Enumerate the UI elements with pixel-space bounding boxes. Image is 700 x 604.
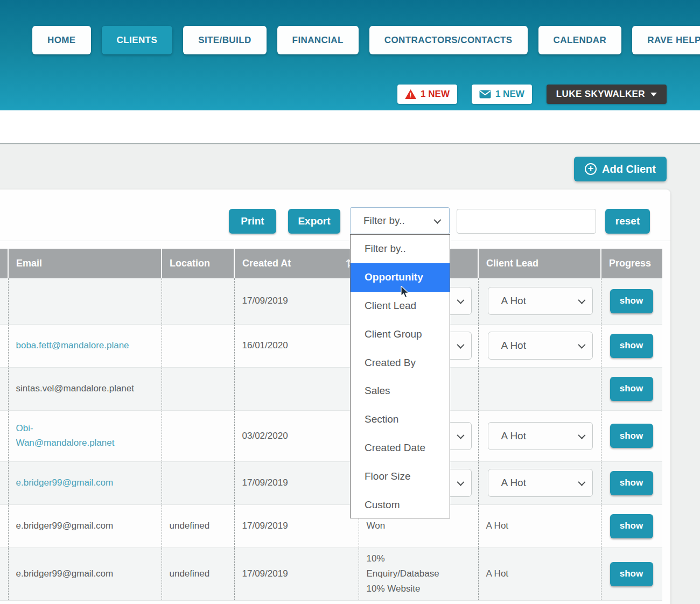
- row-edge-cell: [0, 461, 8, 504]
- location-cell: [162, 367, 234, 410]
- email-link[interactable]: Obi-: [16, 422, 162, 436]
- client-lead-cell: A Hot: [478, 278, 601, 324]
- email-link[interactable]: e.bridger99@gmail.com: [16, 476, 162, 490]
- created-at-cell: 16/01/2020: [234, 324, 359, 367]
- plus-circle-icon: +: [585, 163, 597, 175]
- nav-button-clients[interactable]: CLIENTS: [102, 26, 173, 54]
- filter-option-created-date[interactable]: Created Date: [351, 434, 450, 462]
- clients-table: EmailLocationCreated At⇅Client LeadProgr…: [0, 249, 662, 601]
- row-edge-cell: [0, 410, 8, 461]
- location-cell: undefined: [162, 504, 234, 547]
- chevron-down-icon: [433, 216, 441, 224]
- show-button[interactable]: show: [610, 334, 653, 358]
- email-cell: e.bridger99@gmail.com: [8, 461, 162, 504]
- filter-option-client-group[interactable]: Client Group: [351, 320, 450, 348]
- show-button[interactable]: show: [610, 377, 653, 401]
- top-header: HOMECLIENTSSITE/BUILDFINANCIALCONTRACTOR…: [0, 0, 700, 110]
- print-button[interactable]: Print: [229, 209, 276, 234]
- show-button[interactable]: show: [610, 562, 653, 586]
- nav-button-contractors-contacts[interactable]: CONTRACTORS/CONTACTS: [369, 26, 528, 54]
- user-menu-button[interactable]: LUKE SKYWALKER: [547, 85, 667, 104]
- client-lead-select[interactable]: A Hot: [488, 469, 593, 497]
- client-lead-select[interactable]: A Hot: [488, 287, 593, 315]
- toolbar-separator: [0, 241, 670, 241]
- client-lead-cell: A Hot: [478, 410, 601, 461]
- nav-button-financial[interactable]: FINANCIAL: [277, 26, 359, 54]
- opportunity-text: 10% Website: [367, 581, 478, 596]
- client-lead-select[interactable]: A Hot: [488, 422, 593, 450]
- email-link[interactable]: Wan@mandalore.planet: [16, 436, 162, 450]
- chevron-down-icon: [578, 297, 585, 304]
- created-at-cell: 17/09/2019: [234, 278, 359, 324]
- client-lead-cell: [478, 367, 601, 410]
- progress-cell: show: [601, 367, 662, 410]
- user-name: LUKE SKYWALKER: [556, 89, 645, 100]
- client-lead-cell: A Hot: [478, 461, 601, 504]
- show-button[interactable]: show: [610, 471, 653, 495]
- filter-option-opportunity[interactable]: Opportunity: [351, 263, 450, 292]
- filter-option-section[interactable]: Section: [351, 405, 450, 434]
- client-lead-cell: A Hot: [478, 547, 601, 600]
- table-row: sintas.vel@mandalore.planetshow: [0, 367, 662, 410]
- client-lead-text: A Hot: [486, 568, 601, 579]
- table-row: e.bridger99@gmail.comundefined17/09/2019…: [0, 547, 662, 600]
- email-text: sintas.vel@mandalore.planet: [16, 382, 162, 396]
- opportunity-text: Enquiry/Database: [367, 566, 478, 581]
- reset-button[interactable]: reset: [605, 209, 650, 234]
- row-edge-cell: [0, 504, 8, 547]
- filter-option-created-by[interactable]: Created By: [351, 348, 450, 377]
- nav-button-site-build[interactable]: SITE/BUILD: [183, 26, 266, 54]
- chevron-down-icon: [457, 341, 464, 349]
- chevron-down-icon: [578, 341, 585, 349]
- filter-option-sales[interactable]: Sales: [351, 377, 450, 405]
- client-lead-cell: A Hot: [478, 504, 601, 547]
- chevron-down-icon: [457, 431, 464, 439]
- client-lead-text: A Hot: [486, 521, 601, 531]
- created-at-cell: 17/09/2019: [234, 461, 359, 504]
- progress-cell: show: [601, 410, 662, 461]
- column-header-progress: Progress: [601, 249, 662, 278]
- client-lead-select-value: A Hot: [501, 295, 526, 307]
- client-lead-select-value: A Hot: [501, 477, 526, 489]
- filter-option-custom[interactable]: Custom: [351, 490, 450, 518]
- email-link[interactable]: boba.fett@mandalore.plane: [16, 339, 162, 353]
- show-button[interactable]: show: [610, 514, 653, 538]
- export-button[interactable]: Export: [288, 209, 340, 234]
- client-lead-select[interactable]: A Hot: [488, 332, 593, 360]
- column-header-created-at: Created At⇅: [234, 249, 359, 278]
- status-badges: 1 NEW 1 NEW LUKE SKYWALKER: [397, 85, 667, 104]
- filter-option-filter-by[interactable]: Filter by..: [351, 235, 450, 263]
- add-client-button[interactable]: + Add Client: [574, 157, 667, 181]
- nav-button-calendar[interactable]: CALENDAR: [538, 26, 622, 54]
- alerts-badge[interactable]: 1 NEW: [397, 85, 457, 104]
- filter-value-input[interactable]: [457, 209, 596, 234]
- progress-cell: show: [601, 504, 662, 547]
- show-button[interactable]: show: [610, 424, 653, 448]
- alerts-badge-label: 1 NEW: [421, 89, 450, 100]
- nav-button-rave-help[interactable]: RAVE HELP: [632, 26, 700, 54]
- client-lead-select-value: A Hot: [501, 430, 526, 442]
- clients-panel: Print Export Filter by.. reset EmailLoca…: [0, 189, 670, 604]
- email-cell: sintas.vel@mandalore.planet: [8, 367, 162, 410]
- location-cell: undefined: [162, 547, 234, 600]
- filter-option-client-lead[interactable]: Client Lead: [351, 292, 450, 320]
- filter-dropdown: Filter by..OpportunityClient LeadClient …: [350, 234, 450, 518]
- column-header-email: Email: [8, 249, 162, 278]
- show-button[interactable]: show: [610, 289, 653, 313]
- location-cell: [162, 410, 234, 461]
- location-cell: [162, 461, 234, 504]
- table-body: 17/09/2019A Hotshowboba.fett@mandalore.p…: [0, 278, 662, 600]
- row-edge-cell: [0, 278, 8, 324]
- client-lead-cell: A Hot: [478, 324, 601, 367]
- created-at-cell: 17/09/2019: [234, 547, 359, 600]
- location-cell: [162, 324, 234, 367]
- filter-by-select[interactable]: Filter by..: [350, 207, 450, 234]
- sub-header-strip: [0, 110, 700, 144]
- nav-button-home[interactable]: HOME: [32, 26, 91, 54]
- row-edge-cell: [0, 324, 8, 367]
- row-edge-cell: [0, 367, 8, 410]
- messages-badge[interactable]: 1 NEW: [472, 85, 532, 104]
- filter-option-floor-size[interactable]: Floor Size: [351, 462, 450, 490]
- warning-triangle-icon: [405, 89, 416, 99]
- column-header-blank: [0, 249, 8, 278]
